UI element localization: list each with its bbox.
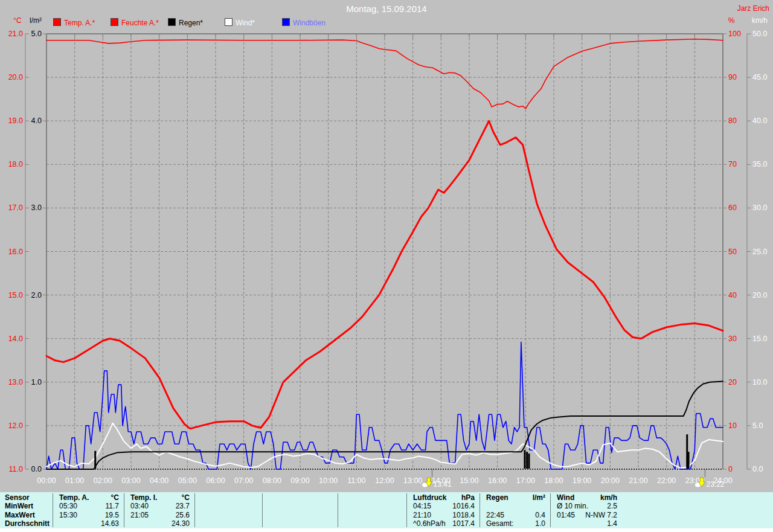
cell-right: l/m²	[533, 493, 545, 502]
table-cell-luftdruck-r2: 21:101018.4	[407, 511, 480, 519]
table-cell-temp-i--r0: Temp. I.°C	[124, 493, 194, 502]
svg-text:09:00: 09:00	[290, 476, 309, 485]
table-cell-temp-i--r1: 03:4023.7	[124, 502, 194, 510]
legend-item-wind[interactable]: Wind*	[225, 18, 255, 27]
cell-left: 05:30	[59, 502, 77, 510]
table-cell-luftdruck-r0: LuftdruckhPa	[407, 493, 480, 502]
table-column-divider	[338, 493, 338, 527]
svg-text:19.0: 19.0	[8, 117, 23, 125]
svg-text:10:00: 10:00	[319, 476, 338, 485]
svg-text:12:00: 12:00	[375, 476, 394, 485]
legend-swatch-icon	[111, 18, 118, 26]
legend-item-feuchte-a[interactable]: Feuchte A.*	[111, 18, 159, 27]
svg-text:50: 50	[728, 248, 737, 256]
table-cell-regen-r2: 22:450.4	[480, 511, 550, 519]
svg-text:5.0: 5.0	[752, 421, 763, 430]
legend-item-label: Wind*	[236, 19, 255, 27]
svg-text:03:00: 03:00	[121, 476, 140, 485]
legend-swatch-icon	[225, 18, 233, 26]
svg-text:30: 30	[728, 335, 737, 343]
table-cell-wind-r1: Ø 10 min.2.5	[551, 502, 622, 510]
page-title: Montag, 15.09.2014	[0, 4, 773, 14]
svg-text:11:00: 11:00	[347, 476, 365, 485]
svg-text:1.0: 1.0	[31, 378, 42, 386]
cell-left: Temp. A.	[59, 493, 89, 502]
cell-right: 1016.4	[452, 502, 475, 510]
table-cell-temp-i--r3: 24.30	[124, 519, 194, 528]
legend-item-temp-a[interactable]: Temp. A.*	[53, 18, 95, 27]
cell-left: 15:30	[59, 511, 77, 519]
cell-right: 14.63	[101, 519, 119, 528]
table-cell-wind-r0: Windkm/h	[551, 493, 622, 502]
cell-right: 1018.4	[452, 511, 475, 519]
cell-right: 23.7	[176, 502, 190, 510]
svg-text:2.0: 2.0	[31, 291, 42, 300]
svg-text:17:00: 17:00	[516, 476, 535, 485]
humidity-axis-unit: %	[722, 16, 740, 25]
cell-right: 1.4	[607, 519, 617, 528]
cell-right: km/h	[600, 493, 617, 502]
table-cell-temp-i--r2: 21:0525.6	[124, 511, 194, 519]
chart-area: Montag, 15.09.2014 Jarz Erich °C l/m² % …	[0, 0, 773, 492]
svg-text:02:00: 02:00	[94, 476, 112, 485]
cell-left: Luftdruck	[413, 493, 446, 502]
cell-left: Regen	[486, 493, 508, 502]
svg-text:40: 40	[728, 291, 737, 300]
table-cell-temp-a--r1: 05:3011.7	[53, 502, 124, 510]
table-column-divider	[262, 493, 263, 527]
svg-text:21.0: 21.0	[8, 30, 23, 38]
svg-text:12.0: 12.0	[8, 421, 23, 430]
wind-axis: 50.045.040.035.030.025.020.015.010.05.00…	[747, 30, 767, 473]
stats-table: SensorMinWertMaxWertDurchschnittTemp. A.…	[0, 492, 773, 528]
cell-right: °C	[182, 493, 190, 502]
cell-right: °C	[111, 493, 119, 502]
svg-text:11.0: 11.0	[9, 465, 23, 473]
table-row-label-maxwert: MaxWert	[5, 511, 35, 519]
table-cell-temp-a--r0: Temp. A.°C	[53, 493, 124, 502]
cell-left: Temp. I.	[130, 493, 157, 502]
table-cell-regen-r0: Regenl/m²	[480, 493, 550, 502]
svg-text:30.0: 30.0	[752, 204, 767, 212]
cell-right: N-NW 7.2	[585, 511, 617, 519]
cell-right: 24.30	[172, 519, 190, 528]
humidity-axis: 1009080706050403020100	[723, 30, 741, 473]
rain-axis: 5.04.03.02.01.00.0	[31, 30, 47, 473]
table-cell-wind-r2: 01:45N-NW 7.2	[551, 511, 622, 519]
svg-text:18:00: 18:00	[544, 476, 563, 485]
cell-right: 25.6	[176, 511, 190, 519]
svg-text:0.0: 0.0	[31, 465, 42, 473]
author-label: Jarz Erich	[737, 4, 769, 13]
svg-text:80: 80	[728, 117, 737, 125]
table-column-divider	[194, 493, 195, 527]
svg-text:20.0: 20.0	[8, 73, 23, 82]
svg-text:13.0: 13.0	[8, 378, 23, 386]
svg-text:17.0: 17.0	[8, 204, 23, 212]
table-cell-temp-a--r2: 15:3019.5	[53, 511, 124, 519]
cell-right: 1.0	[535, 519, 545, 528]
legend-item-label: Windböen	[293, 19, 326, 27]
svg-text:50.0: 50.0	[752, 30, 767, 38]
svg-text:4.0: 4.0	[31, 117, 42, 125]
temp-axis: 21.020.019.018.017.016.015.014.013.012.0…	[8, 30, 29, 473]
table-row-label-minwert: MinWert	[5, 502, 33, 510]
svg-text:15:00: 15:00	[460, 476, 478, 485]
svg-text:08:00: 08:00	[263, 476, 281, 485]
svg-text:40.0: 40.0	[752, 117, 767, 125]
legend: Temp. A.*Feuchte A.*Regen*Wind*Windböen	[0, 18, 374, 28]
svg-text:5.0: 5.0	[31, 30, 42, 38]
legend-item-windb-en[interactable]: Windböen	[282, 18, 326, 27]
cell-left: 01:45	[557, 511, 575, 519]
svg-text:3.0: 3.0	[31, 204, 42, 212]
cell-left: ^0.6hPa/h	[413, 519, 446, 528]
table-row-label-durchschnitt: Durchschnitt	[5, 519, 50, 528]
cell-left: Ø 10 min.	[557, 502, 588, 510]
table-cell-regen-r3: Gesamt:1.0	[480, 519, 550, 528]
cell-left: 03:40	[130, 502, 149, 510]
cell-right: hPa	[461, 493, 475, 502]
svg-text:90: 90	[728, 73, 737, 82]
svg-text:10.0: 10.0	[752, 378, 767, 386]
legend-item-regen[interactable]: Regen*	[168, 18, 203, 27]
svg-text:23:22: 23:22	[706, 480, 724, 489]
cell-right: 1017.4	[452, 519, 475, 528]
gridlines	[47, 34, 723, 469]
